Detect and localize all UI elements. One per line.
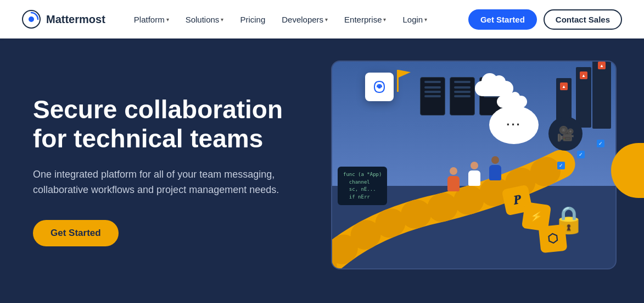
check-mark-2: ✓ (577, 151, 585, 158)
nav-actions: Get Started Contact Sales (468, 9, 622, 30)
nav-item-developers[interactable]: Developers ▾ (275, 10, 334, 29)
nav-item-pricing[interactable]: Pricing (233, 10, 272, 29)
check-mark-3: ✓ (597, 140, 604, 147)
solutions-chevron-icon: ▾ (221, 16, 223, 23)
person-2 (468, 162, 480, 186)
cube-github: ⬡ (539, 224, 568, 254)
chat-bubble: ··· (489, 106, 539, 144)
nav-enterprise-label: Enterprise (344, 15, 382, 24)
nav-item-login[interactable]: Login ▾ (396, 10, 434, 29)
hero-subtitle: One integrated platform for all of your … (33, 167, 318, 199)
person-1 (447, 167, 460, 191)
flag (397, 70, 399, 92)
nav-item-platform[interactable]: Platform ▾ (127, 10, 176, 29)
nav-solutions-label: Solutions (186, 15, 220, 24)
nav-contact-sales-button[interactable]: Contact Sales (544, 9, 622, 30)
nav-platform-label: Platform (134, 15, 165, 24)
server-2 (450, 77, 475, 115)
logo-text: Mattermost (46, 13, 105, 26)
nav-developers-label: Developers (282, 15, 323, 24)
mattermost-logo-card (365, 73, 394, 101)
logo-link[interactable]: Mattermost (22, 10, 105, 29)
nav-item-solutions[interactable]: Solutions ▾ (179, 10, 231, 29)
server-1 (420, 77, 445, 115)
warn-mark-3: ▲ (598, 62, 606, 69)
platform-chevron-icon: ▾ (166, 16, 169, 23)
video-icon-circle: 🎥 (548, 117, 583, 151)
nav-item-enterprise[interactable]: Enterprise ▾ (338, 10, 393, 29)
login-chevron-icon: ▾ (424, 16, 427, 23)
code-snippet: func (a *App) channel sc, nE... if nErr (338, 167, 387, 205)
hero-illustration: ▲ ▲ ▲ (320, 49, 633, 291)
hero-content: Secure collaboration for technical teams… (33, 95, 318, 246)
person-3 (489, 156, 501, 180)
enterprise-chevron-icon: ▾ (383, 16, 386, 23)
svg-point-1 (29, 16, 34, 22)
nav-links: Platform ▾ Solutions ▾ Pricing Developer… (127, 10, 468, 29)
nav-pricing-label: Pricing (240, 15, 265, 24)
check-mark-1: ✓ (557, 162, 565, 169)
logo-icon (22, 10, 41, 29)
hero-title: Secure collaboration for technical teams (33, 95, 318, 153)
developers-chevron-icon: ▾ (325, 16, 328, 23)
hero-get-started-button[interactable]: Get Started (33, 220, 119, 246)
hero-section: Secure collaboration for technical teams… (0, 38, 644, 303)
svg-point-2 (378, 85, 381, 89)
nav-login-label: Login (402, 15, 423, 24)
nav-get-started-button[interactable]: Get Started (468, 9, 537, 30)
navbar: Mattermost Platform ▾ Solutions ▾ Pricin… (0, 0, 644, 38)
warn-mark-2: ▲ (580, 71, 587, 79)
illus-frame: ▲ ▲ ▲ (331, 60, 617, 269)
warn-mark-1: ▲ (560, 82, 568, 90)
